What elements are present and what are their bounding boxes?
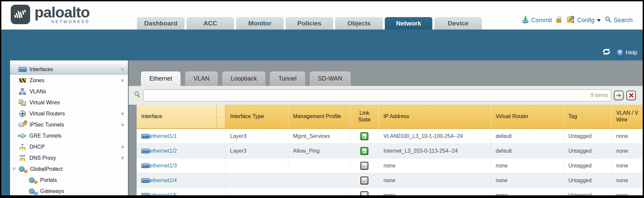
- column-header-link-state[interactable]: Link State: [350, 105, 379, 128]
- content-panel: Ethernet VLAN Loopback Tunnel SD-WAN 9 i…: [128, 60, 643, 195]
- refresh-button[interactable]: [602, 48, 611, 57]
- tab-monitor[interactable]: Monitor: [236, 17, 284, 30]
- cell-link-state: [350, 158, 379, 173]
- clear-filter-button[interactable]: [626, 91, 636, 100]
- brand-name: paloalto: [34, 5, 90, 20]
- interface-link[interactable]: ethernet1/3: [150, 163, 177, 169]
- sidebar-item-portals[interactable]: Portals: [10, 175, 128, 186]
- commit-button[interactable]: Commit: [521, 15, 552, 25]
- sidebar-item-virtual-wires[interactable]: Virtual Wires: [10, 97, 128, 108]
- cell-tag: Untagged: [564, 129, 612, 143]
- cell-tag: Untagged: [564, 158, 612, 173]
- cell-link-state: [350, 129, 379, 143]
- lock-button[interactable]: [556, 15, 563, 25]
- tab-objects[interactable]: Objects: [335, 17, 383, 30]
- search-button[interactable]: Search: [604, 16, 633, 25]
- cell-tag: Untagged: [564, 188, 612, 195]
- table-row[interactable]: ethernet1/5 none none Untagged none: [137, 188, 643, 195]
- link-state-icon: [360, 162, 368, 170]
- sidebar-item-dns-proxy[interactable]: DNS DNS Proxy: [10, 152, 128, 163]
- cell-link-state: [350, 188, 379, 195]
- cell-virtual-router: none: [491, 158, 564, 173]
- tab-dashboard[interactable]: Dashboard: [137, 17, 185, 30]
- gre-tunnels-icon: [18, 133, 27, 139]
- column-header-vlan-wire[interactable]: VLAN / V Wire: [612, 105, 643, 128]
- table-row[interactable]: ethernet1/4 none none Untagged none: [137, 173, 643, 188]
- sidebar-item-label: GRE Tunnels: [29, 133, 61, 139]
- options-dot-icon: [121, 123, 124, 126]
- interfaces-icon: [18, 67, 27, 72]
- interface-link[interactable]: ethernet1/2: [150, 148, 177, 154]
- interface-link[interactable]: ethernet1/4: [150, 178, 177, 184]
- table-header-row: Interface Interface Type Management Prof…: [137, 105, 643, 129]
- column-header-tag[interactable]: Tag: [564, 105, 612, 128]
- ethernet-interface-icon: [141, 193, 150, 196]
- sidebar-item-dhcp[interactable]: IP DHCP: [10, 141, 128, 152]
- column-header-interface[interactable]: Interface: [137, 105, 225, 128]
- ethernet-interface-icon: [141, 149, 150, 153]
- tab-network[interactable]: Network: [385, 17, 432, 30]
- cell-vlan-wire: none: [612, 129, 643, 143]
- cell-vlan-wire: none: [612, 158, 643, 173]
- dhcp-icon: IP: [18, 144, 27, 150]
- top-header: paloalto NETWORKS® Dashboard ACC Monitor…: [1, 1, 643, 30]
- interface-link[interactable]: ethernet1/5: [150, 192, 177, 196]
- main-nav-tabs: Dashboard ACC Monitor Policies Objects N…: [137, 17, 482, 30]
- cell-management-profile: Mgmt_Services: [288, 129, 350, 143]
- column-header-ip-address[interactable]: IP Address: [379, 105, 491, 128]
- column-header-management-profile[interactable]: Management Profile: [288, 105, 350, 128]
- help-button[interactable]: ? Help: [617, 49, 637, 56]
- sort-dropdown-icon: [219, 115, 223, 118]
- ethernet-interface-icon: [141, 178, 150, 183]
- sidebar-item-vlans[interactable]: VLANs: [10, 86, 128, 97]
- cell-virtual-router: default: [491, 129, 564, 143]
- expander-triangle-icon[interactable]: [12, 167, 16, 170]
- table-row[interactable]: ethernet1/3 none none Untagged none: [137, 158, 643, 173]
- cell-ip-address: Internet_L3_203-0-113-254--24: [379, 144, 491, 158]
- sidebar-item-label: GlobalProtect: [30, 166, 63, 172]
- lock-icon: [556, 15, 563, 25]
- sidebar-item-zones[interactable]: Zones: [10, 75, 128, 86]
- column-menu-button[interactable]: [216, 105, 225, 128]
- subtab-loopback[interactable]: Loopback: [222, 71, 266, 86]
- virtual-routers-icon: [18, 110, 27, 117]
- commit-label: Commit: [531, 17, 552, 24]
- sidebar-item-ipsec-tunnels[interactable]: IPSec Tunnels: [10, 119, 128, 130]
- tab-acc[interactable]: ACC: [187, 17, 234, 30]
- link-state-icon: [360, 191, 368, 196]
- secondary-header-band: ? Help: [1, 30, 643, 60]
- commit-icon: [521, 15, 529, 25]
- filter-input[interactable]: [143, 90, 611, 101]
- subtab-ethernet[interactable]: Ethernet: [141, 71, 181, 86]
- table-row[interactable]: ethernet1/2 Layer3 Allow_Ping Internet_L…: [137, 144, 643, 158]
- options-dot-icon: [121, 68, 124, 71]
- table-row[interactable]: ethernet1/1 Layer3 Mgmt_Services VLAN010…: [137, 129, 643, 144]
- link-state-icon: [360, 132, 368, 140]
- cell-vlan-wire: none: [612, 188, 643, 195]
- interface-link[interactable]: ethernet1/1: [150, 133, 177, 139]
- sidebar-item-gateways[interactable]: Gateways: [10, 186, 128, 195]
- subtab-vlan[interactable]: VLAN: [185, 71, 218, 86]
- globalprotect-icon: [19, 166, 27, 172]
- sidebar-item-virtual-routers[interactable]: Virtual Routers: [10, 108, 128, 119]
- sidebar-item-label: Virtual Wires: [29, 100, 60, 106]
- options-dot-icon: [121, 157, 124, 159]
- tab-policies[interactable]: Policies: [286, 17, 333, 30]
- sidebar-item-globalprotect[interactable]: GlobalProtect: [10, 163, 128, 175]
- left-gutter: [1, 60, 10, 195]
- paloalto-logo-icon: [11, 5, 30, 24]
- config-menu-button[interactable]: Config: [567, 15, 601, 25]
- subtab-tunnel[interactable]: Tunnel: [270, 71, 305, 86]
- apply-filter-button[interactable]: [614, 91, 624, 100]
- sidebar-item-interfaces[interactable]: Interfaces: [10, 64, 128, 75]
- column-header-virtual-router[interactable]: Virtual Router: [491, 105, 564, 128]
- ethernet-interface-icon: [141, 163, 150, 168]
- cell-management-profile: [288, 188, 350, 195]
- tab-device[interactable]: Device: [434, 17, 482, 30]
- interfaces-table: Interface Interface Type Management Prof…: [137, 105, 643, 195]
- column-header-interface-type[interactable]: Interface Type: [225, 105, 288, 128]
- subtab-sdwan[interactable]: SD-WAN: [309, 71, 351, 86]
- cell-virtual-router: none: [491, 173, 564, 188]
- cell-management-profile: [288, 173, 350, 188]
- sidebar-item-gre-tunnels[interactable]: GRE Tunnels: [10, 130, 128, 141]
